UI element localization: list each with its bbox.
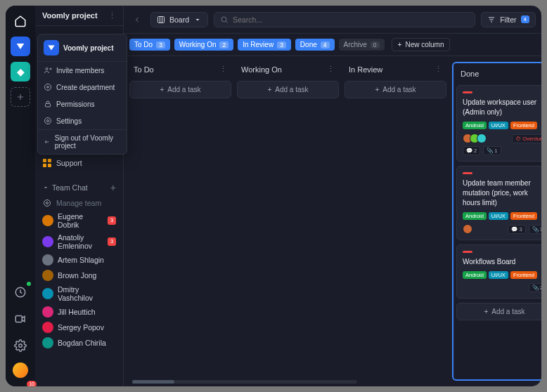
member-item[interactable]: Sergey Popov: [35, 320, 123, 335]
svg-point-7: [46, 68, 48, 70]
team-chat-toggle[interactable]: Team Chat +: [35, 179, 123, 196]
member-item[interactable]: Eugene Dobrik3: [35, 210, 123, 231]
attachment-count: 📎 1: [483, 146, 501, 155]
dropdown-sign-out[interactable]: Sign out of Voomly project: [38, 130, 127, 154]
workspace-voomly[interactable]: 10: [11, 37, 30, 56]
workspace-teal[interactable]: ◆: [11, 62, 30, 81]
add-task-button[interactable]: +Add a task: [456, 303, 541, 320]
attachment-count: 📎 1: [529, 225, 541, 234]
member-avatar: [42, 236, 53, 247]
tab-in-review[interactable]: In Review3: [238, 39, 291, 51]
tab-count: 0: [371, 41, 380, 48]
member-item[interactable]: Jill Heuttich: [35, 304, 123, 320]
tab-done[interactable]: Done4: [295, 39, 335, 51]
task-card[interactable]: ⋮Update workspace user (Admin only)Andro…: [456, 85, 541, 162]
tab-count: 3: [156, 41, 165, 48]
project-title: Voomly project: [42, 11, 98, 20]
card-menu-icon[interactable]: ⋮: [539, 249, 541, 259]
card-avatar: [477, 133, 487, 143]
gear-icon: [42, 198, 52, 208]
tab-to-do[interactable]: To Do3: [129, 39, 170, 51]
member-avatar: [42, 337, 53, 348]
member-item[interactable]: Brown Jong: [35, 268, 123, 283]
card-menu-icon[interactable]: ⋮: [539, 90, 541, 100]
add-task-button[interactable]: +Add a task: [345, 81, 446, 98]
filter-icon: [487, 15, 496, 24]
tag: UI/UX: [489, 271, 508, 279]
dropdown-invite-members[interactable]: Invite members: [38, 62, 127, 79]
plus-icon: +: [160, 86, 164, 93]
manage-team-item[interactable]: Manage team: [35, 196, 123, 210]
member-badge: 3: [108, 237, 116, 246]
tab-working-on[interactable]: Working On2: [174, 39, 233, 51]
card-avatar: [463, 224, 472, 234]
board-icon: [157, 15, 165, 24]
tab-archive[interactable]: Archive0: [339, 39, 385, 51]
card-menu-icon[interactable]: ⋮: [539, 171, 541, 181]
workspace-badge: 10: [27, 381, 37, 386]
svg-point-10: [47, 120, 49, 122]
column-menu-icon[interactable]: ⋮: [327, 65, 335, 74]
attachment-count: 📎 2: [529, 283, 541, 292]
tag: Frontend: [510, 212, 537, 220]
back-button[interactable]: [129, 12, 145, 27]
tab-count: 4: [321, 41, 330, 48]
new-column-button[interactable]: + New column: [392, 38, 451, 51]
tag: UI/UX: [489, 212, 508, 220]
column-menu-icon[interactable]: ⋮: [219, 65, 227, 74]
add-task-button[interactable]: +Add a task: [237, 81, 339, 98]
task-card[interactable]: ⋮Workflows BoardAndroidUI/UXFrontend📎 2: [456, 244, 541, 299]
card-title: Workflows Board: [463, 257, 541, 267]
tab-count: 3: [277, 41, 286, 48]
svg-point-4: [44, 200, 51, 207]
member-avatar: [42, 288, 53, 299]
plus-icon: +: [484, 308, 488, 315]
tag: UI/UX: [489, 122, 508, 129]
member-item[interactable]: Bogdan Chirila: [35, 335, 123, 351]
column-done: Done⋮⋮Update workspace user (Admin only)…: [452, 62, 541, 381]
column-menu-icon[interactable]: ⋮: [541, 69, 541, 78]
member-avatar: [42, 306, 53, 318]
video-icon[interactable]: [11, 309, 30, 329]
plus-icon: +: [267, 86, 271, 93]
dropdown-create-department[interactable]: Create department: [38, 79, 127, 96]
project-menu-icon[interactable]: ⋮: [108, 11, 116, 20]
dropdown-permissions[interactable]: Permissions: [38, 96, 127, 112]
member-avatar: [42, 322, 53, 333]
member-item[interactable]: Artem Shlagin: [35, 252, 123, 268]
column-in-review: In Review⋮+Add a task: [345, 62, 446, 381]
tag: Frontend: [510, 122, 537, 129]
add-workspace-button[interactable]: [11, 87, 30, 107]
tag: Frontend: [510, 271, 537, 279]
user-avatar[interactable]: [13, 362, 28, 378]
svg-point-11: [45, 118, 51, 124]
svg-point-6: [221, 17, 226, 22]
priority-stripe: [463, 172, 472, 174]
tag: Android: [463, 212, 487, 220]
card-title: Update workspace user (Admin only): [463, 98, 541, 117]
clock-icon[interactable]: [11, 282, 30, 302]
add-member-icon[interactable]: +: [110, 182, 116, 193]
comment-count: 💬 3: [508, 225, 525, 234]
member-item[interactable]: Anatoliy Emleninov3: [35, 231, 123, 252]
add-task-button[interactable]: +Add a task: [129, 81, 231, 98]
home-icon[interactable]: [11, 11, 30, 31]
tag: Android: [463, 271, 487, 279]
column-menu-icon[interactable]: ⋮: [435, 65, 442, 74]
overdue-chip: ⏱ Overdue: [512, 134, 541, 143]
filter-button[interactable]: Filter 4: [481, 12, 536, 27]
svg-rect-5: [158, 16, 165, 22]
column-header: In Review⋮: [345, 62, 446, 77]
plus-icon: +: [375, 86, 379, 93]
channel-item[interactable]: Support: [35, 155, 123, 171]
tag: Android: [463, 122, 487, 129]
settings-icon[interactable]: [11, 336, 30, 355]
task-card[interactable]: ⋮Update team member mutation (price, wor…: [456, 166, 541, 240]
member-item[interactable]: Dmitry Vashchilov: [35, 283, 123, 304]
horizontal-scrollbar[interactable]: [132, 380, 357, 384]
view-selector[interactable]: Board: [150, 12, 208, 27]
member-avatar: [42, 254, 53, 266]
search-input[interactable]: [233, 15, 469, 24]
plus-icon: +: [398, 41, 402, 48]
dropdown-settings[interactable]: Settings: [38, 112, 127, 129]
